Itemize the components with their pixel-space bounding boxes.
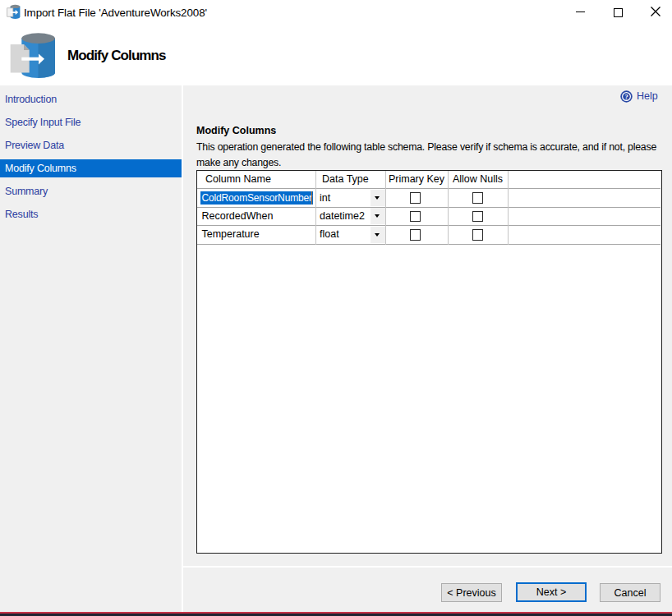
svg-text:?: ? <box>624 92 628 100</box>
